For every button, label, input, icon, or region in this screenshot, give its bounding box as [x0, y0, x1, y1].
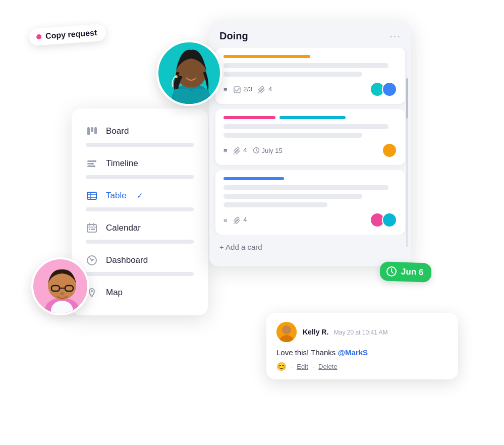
card-bar-cyan	[279, 116, 346, 119]
card-meta-left-2: ≡ 4 July 15	[223, 146, 283, 154]
comment-username: Kelly R.	[303, 328, 328, 336]
sidebar-item-dashboard[interactable]: Dashboard	[72, 249, 208, 272]
comment-main-text: Love this! Thanks	[276, 348, 338, 357]
comment-header: Kelly R. May 20 at 10:41 AM	[276, 322, 448, 342]
card-line-1b	[223, 72, 362, 77]
card-line-3c	[223, 202, 327, 207]
card-attach-1: 4	[258, 85, 272, 93]
svg-point-33	[91, 259, 93, 261]
kanban-column-title: Doing	[219, 30, 248, 42]
card-tasks-1: 2/3	[234, 85, 253, 93]
comment-user-info: Kelly R. May 20 at 10:41 AM	[303, 327, 388, 337]
card-color-bar-3	[223, 177, 284, 180]
sidebar-panel: Board Timeline Table ✓	[72, 108, 208, 315]
timeline-sub-line	[86, 175, 194, 179]
board-label: Board	[106, 126, 129, 136]
kanban-header: Doing ···	[209, 21, 411, 48]
card-line-2a	[223, 124, 388, 129]
card-color-bars-2	[223, 116, 397, 119]
comment-emoji-icon[interactable]: 😊	[276, 362, 287, 371]
comment-edit-link[interactable]: Edit	[297, 363, 308, 370]
comment-separator-2: -	[312, 363, 314, 370]
card-attach-2: 4	[234, 146, 247, 154]
table-check-icon: ✓	[137, 191, 143, 200]
kanban-card-1[interactable]: ≡ 2/3 4	[215, 48, 405, 104]
card-line-3a	[223, 185, 388, 190]
svg-point-19	[92, 163, 94, 165]
calendar-label: Calendar	[106, 223, 141, 233]
card-bar-pink	[223, 116, 275, 119]
svg-rect-13	[91, 127, 93, 132]
card-list-icon-1: ≡	[223, 86, 228, 93]
date-badge: Jun 6	[379, 261, 432, 283]
svg-point-18	[94, 160, 96, 162]
add-card-button[interactable]: + Add a card	[209, 237, 411, 257]
sidebar-item-table[interactable]: Table ✓	[72, 184, 208, 207]
card-avatar-1b	[382, 82, 397, 97]
dashboard-icon	[86, 254, 98, 266]
svg-rect-31	[93, 229, 95, 230]
card-list-icon-3: ≡	[223, 216, 228, 224]
timeline-label: Timeline	[106, 158, 138, 169]
svg-rect-14	[94, 127, 97, 134]
kanban-panel: Doing ··· ≡	[209, 21, 411, 266]
card-attach-3: 4	[234, 216, 247, 224]
copy-request-label: Copy request	[45, 28, 97, 41]
card-list-icon-2: ≡	[223, 147, 228, 154]
kanban-cards: ≡ 2/3 4	[209, 48, 411, 235]
avatar-bottom-left	[31, 257, 89, 315]
table-label: Table	[106, 191, 127, 201]
board-sub-line	[86, 143, 194, 147]
copy-request-badge: Copy request	[29, 24, 106, 46]
sidebar-item-timeline[interactable]: Timeline	[72, 152, 208, 175]
calendar-sub-line	[86, 240, 194, 244]
svg-rect-25	[87, 225, 96, 232]
map-label: Map	[106, 288, 123, 298]
sidebar-item-map[interactable]: Map	[72, 281, 208, 304]
card-meta-left-3: ≡ 4	[223, 216, 247, 224]
comment-mention: @MarkS	[338, 348, 368, 357]
card-avatars-2	[382, 143, 397, 158]
calendar-icon	[86, 222, 98, 234]
kanban-card-2[interactable]: ≡ 4 July 15	[215, 109, 405, 165]
svg-rect-12	[87, 127, 90, 135]
timeline-icon	[86, 157, 98, 170]
kanban-scrollbar-thumb	[406, 78, 408, 119]
sidebar-item-board[interactable]: Board	[72, 120, 208, 143]
comment-delete-link[interactable]: Delete	[318, 363, 338, 370]
kanban-more-button[interactable]: ···	[389, 30, 401, 42]
card-line-2b	[223, 133, 362, 138]
sidebar-item-calendar[interactable]: Calendar	[72, 216, 208, 240]
copy-request-dot	[36, 34, 42, 40]
svg-point-20	[93, 165, 95, 168]
comment-card: Kelly R. May 20 at 10:41 AM Love this! T…	[266, 313, 458, 379]
card-avatars-3	[370, 212, 397, 228]
svg-point-39	[282, 325, 291, 335]
card-line-3b	[223, 194, 362, 199]
svg-point-34	[91, 290, 93, 292]
svg-rect-29	[89, 229, 90, 230]
kanban-card-3[interactable]: ≡ 4	[215, 170, 405, 235]
svg-rect-21	[87, 192, 96, 199]
svg-point-4	[189, 87, 193, 91]
comment-avatar	[276, 322, 297, 342]
card-avatar-2a	[382, 143, 397, 158]
card-meta-left-1: ≡ 2/3 4	[223, 85, 272, 93]
svg-rect-3	[174, 89, 209, 106]
comment-actions: 😊 - Edit - Delete	[276, 362, 448, 371]
card-meta-3: ≡ 4	[223, 212, 397, 228]
card-color-bar-1	[223, 55, 310, 58]
dashboard-sub-line	[86, 272, 194, 276]
card-line-1a	[223, 63, 388, 68]
avatar-top	[156, 40, 222, 106]
comment-separator-1: -	[291, 363, 293, 370]
date-badge-label: Jun 6	[401, 267, 424, 278]
card-meta-2: ≡ 4 July 15	[223, 143, 397, 158]
table-sub-line	[86, 207, 194, 211]
clock-icon	[386, 266, 398, 277]
svg-point-11	[60, 292, 64, 295]
card-date-2: July 15	[253, 147, 282, 154]
card-avatar-3b	[382, 212, 397, 228]
kanban-scrollbar[interactable]	[406, 78, 408, 247]
comment-text: Love this! Thanks @MarkS	[276, 348, 448, 357]
